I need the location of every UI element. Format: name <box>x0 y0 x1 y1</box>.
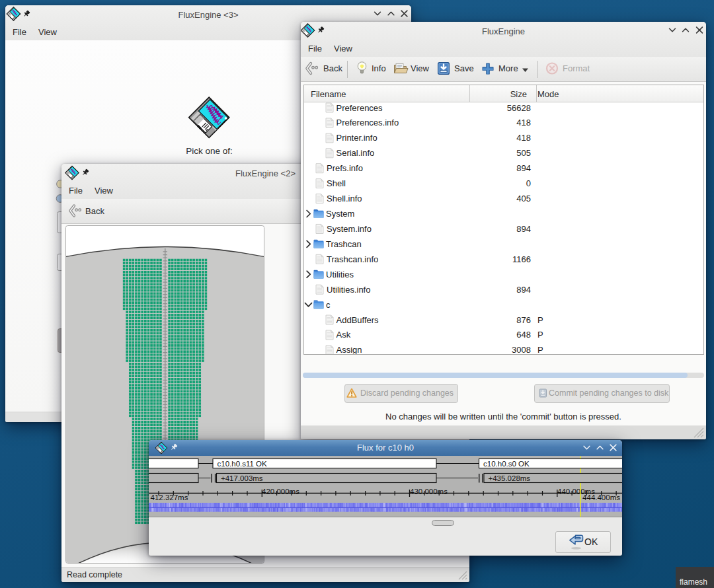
svg-text:444.400ms: 444.400ms <box>582 494 620 501</box>
svg-text:420.000ms: 420.000ms <box>262 488 299 496</box>
svg-text:Printer.info: Printer.info <box>337 133 377 143</box>
svg-text:c: c <box>326 300 331 310</box>
svg-text:+435.028ms: +435.028ms <box>489 474 531 482</box>
svg-text:P: P <box>537 345 543 355</box>
svg-text:876: 876 <box>516 315 531 325</box>
svg-text:505: 505 <box>516 148 531 158</box>
svg-text:648: 648 <box>516 330 531 340</box>
svg-text:Trashcan.info: Trashcan.info <box>327 254 378 264</box>
svg-text:Preferences: Preferences <box>337 103 383 113</box>
svg-text:System.info: System.info <box>327 224 372 234</box>
svg-text:Shell: Shell <box>327 178 346 188</box>
svg-text:Assign: Assign <box>337 345 362 355</box>
svg-text:1166: 1166 <box>512 254 531 264</box>
svg-text:Serial.info: Serial.info <box>337 148 375 158</box>
svg-text:Prefs.info: Prefs.info <box>327 163 363 173</box>
svg-text:c10.h0.s11 OK: c10.h0.s11 OK <box>218 460 268 468</box>
svg-text:405: 405 <box>516 194 531 203</box>
svg-text:894: 894 <box>516 224 531 234</box>
svg-text:894: 894 <box>516 285 531 295</box>
svg-text:P: P <box>537 315 543 325</box>
svg-text:894: 894 <box>516 163 531 173</box>
svg-text:c10.h0.s0 OK: c10.h0.s0 OK <box>483 460 530 468</box>
svg-text:3008: 3008 <box>512 345 531 355</box>
svg-text:56628: 56628 <box>507 103 531 113</box>
svg-text:System: System <box>326 209 354 219</box>
svg-text:Preferences.info: Preferences.info <box>337 118 399 128</box>
svg-text:Utilities.info: Utilities.info <box>327 285 370 295</box>
svg-text:418: 418 <box>516 118 531 128</box>
svg-text:412.327ms: 412.327ms <box>151 494 188 501</box>
svg-text:Trashcan: Trashcan <box>326 239 362 249</box>
svg-text:Utilities: Utilities <box>326 270 354 279</box>
svg-text:430.000ms: 430.000ms <box>410 488 448 496</box>
svg-text:Ask: Ask <box>337 330 351 340</box>
svg-text:Shell.info: Shell.info <box>327 194 362 203</box>
svg-text:+417.003ms: +417.003ms <box>221 474 263 482</box>
svg-text:0: 0 <box>526 178 531 188</box>
svg-text:418: 418 <box>516 133 531 143</box>
svg-text:P: P <box>537 330 543 340</box>
svg-text:AddBuffers: AddBuffers <box>337 315 379 325</box>
svg-text:Pick one of:: Pick one of: <box>186 146 233 156</box>
